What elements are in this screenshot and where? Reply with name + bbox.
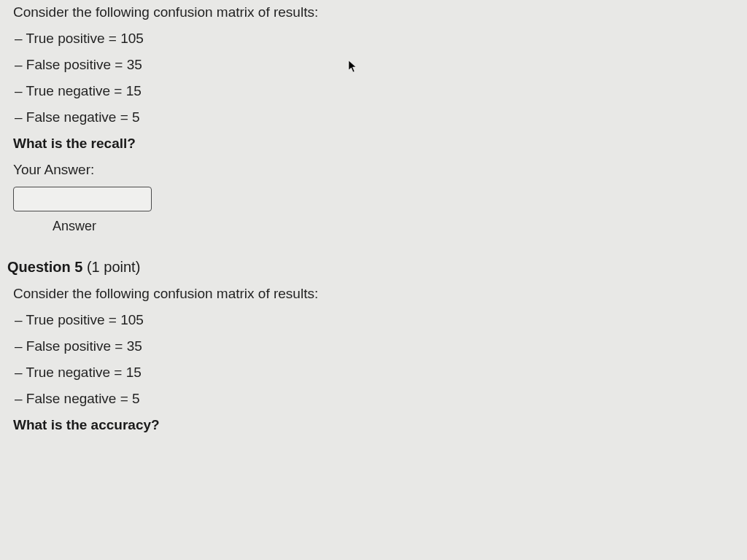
q5-header: Question 5 (1 point): [7, 259, 734, 276]
q5-prompt: Consider the following confusion matrix …: [13, 286, 734, 302]
question-4-block: Consider the following confusion matrix …: [13, 4, 734, 234]
q5-points: (1 point): [82, 259, 140, 275]
q4-prompt: Consider the following confusion matrix …: [13, 4, 734, 20]
q4-answer-caption: Answer: [53, 219, 734, 234]
question-5-block: Question 5 (1 point) Consider the follow…: [13, 259, 734, 433]
quiz-content: Consider the following confusion matrix …: [0, 0, 747, 433]
q5-bullet-fn: – False negative = 5: [13, 391, 734, 407]
q4-answer-label: Your Answer:: [13, 162, 734, 178]
q4-bullet-tp: – True positive = 105: [13, 31, 734, 47]
q5-bullet-fp: – False positive = 35: [13, 338, 734, 354]
q4-bullet-tn: – True negative = 15: [13, 83, 734, 99]
q5-number: Question 5: [7, 259, 82, 275]
q4-question: What is the recall?: [13, 136, 734, 152]
q5-bullet-tp: – True positive = 105: [13, 312, 734, 328]
q5-bullet-tn: – True negative = 15: [13, 365, 734, 381]
q5-question: What is the accuracy?: [13, 417, 734, 433]
q4-bullet-fn: – False negative = 5: [13, 109, 734, 125]
q4-bullet-fp: – False positive = 35: [13, 57, 734, 73]
q4-answer-input[interactable]: [13, 187, 152, 211]
